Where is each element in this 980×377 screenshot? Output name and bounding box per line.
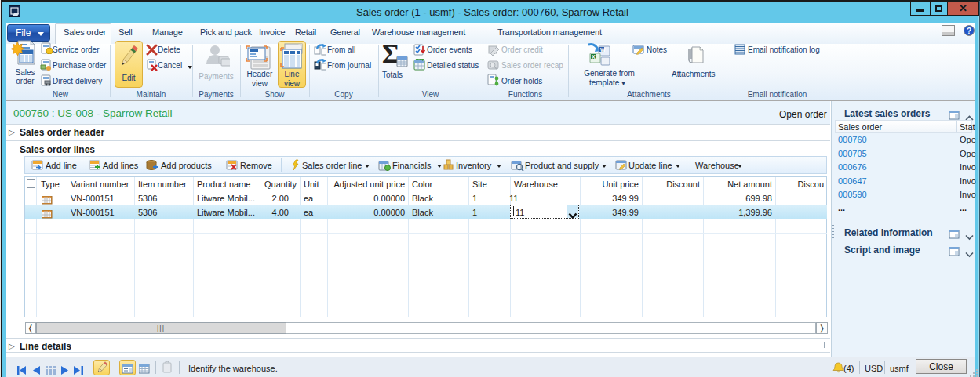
svg-text:X: X	[592, 54, 596, 60]
svg-text:W: W	[600, 47, 606, 53]
